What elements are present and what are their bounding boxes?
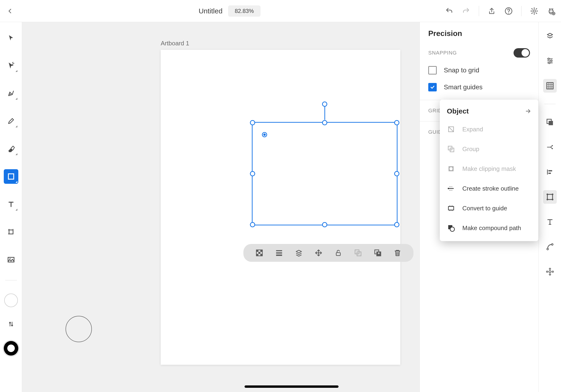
object-convert-guide[interactable]: Convert to guide	[440, 198, 539, 218]
resize-handle-br[interactable]	[394, 222, 399, 227]
svg-point-4	[550, 10, 551, 11]
resize-handle-ml[interactable]	[250, 171, 255, 176]
svg-rect-18	[276, 250, 282, 251]
object-compound-path-label: Make compound path	[462, 224, 521, 232]
zoom-level[interactable]: 82.83%	[228, 5, 260, 17]
artboard-label[interactable]: Artboard 1	[161, 40, 189, 47]
resize-handle-tr[interactable]	[394, 120, 399, 125]
svg-point-1	[508, 12, 509, 13]
svg-rect-17	[260, 254, 262, 256]
eraser-tool[interactable]	[4, 142, 18, 156]
guide-icon	[447, 204, 455, 212]
divider	[544, 104, 556, 104]
smart-guides-label: Smart guides	[444, 83, 483, 91]
stroke-color-swatch[interactable]	[4, 341, 18, 356]
svg-rect-16	[256, 254, 259, 256]
object-popover: Object Expand Group Make clipping mask C…	[440, 100, 539, 241]
object-expand[interactable]: Expand	[440, 120, 539, 139]
svg-rect-43	[548, 170, 552, 171]
back-button[interactable]	[6, 7, 14, 15]
selected-rectangle[interactable]	[252, 122, 398, 225]
document-title[interactable]: Untitled	[198, 7, 223, 15]
object-panel-icon[interactable]	[543, 190, 557, 204]
svg-rect-19	[276, 252, 282, 254]
undo-button[interactable]	[445, 7, 453, 15]
direct-selection-tool[interactable]	[4, 58, 18, 73]
delete-icon[interactable]	[393, 248, 402, 258]
pencil-tool[interactable]	[4, 114, 18, 128]
fill-color-swatch[interactable]	[4, 294, 18, 307]
artboard-tool[interactable]	[4, 225, 18, 239]
svg-rect-40	[549, 121, 553, 125]
resize-handle-tm[interactable]	[322, 120, 327, 125]
resize-handle-bm[interactable]	[322, 222, 327, 227]
smart-guides-row[interactable]: Smart guides	[420, 79, 539, 96]
lock-icon[interactable]	[334, 248, 343, 258]
svg-point-50	[547, 248, 548, 250]
home-indicator	[245, 385, 338, 388]
transform-panel-icon[interactable]	[543, 115, 557, 129]
svg-point-52	[549, 271, 551, 273]
shape-tool[interactable]	[4, 169, 18, 184]
context-toolbar	[243, 244, 413, 262]
layers-panel-icon[interactable]	[543, 29, 557, 43]
object-clipping-mask[interactable]: Make clipping mask	[440, 159, 539, 179]
stroke-weight-icon[interactable]	[274, 248, 284, 258]
svg-point-30	[449, 167, 453, 170]
pathfinder-panel-icon[interactable]	[543, 140, 557, 154]
pen-tool[interactable]	[4, 86, 18, 101]
right-toolbar	[539, 22, 561, 392]
resize-handle-mr[interactable]	[394, 171, 399, 176]
group-icon[interactable]	[353, 248, 363, 258]
svg-point-51	[551, 244, 553, 245]
svg-rect-21	[336, 253, 340, 256]
svg-point-53	[549, 268, 551, 270]
svg-point-56	[552, 271, 553, 272]
object-stroke-outline[interactable]: Create stroke outline	[440, 179, 539, 198]
svg-point-54	[549, 274, 551, 275]
left-toolbar	[0, 22, 22, 392]
svg-point-5	[552, 10, 552, 11]
close-popover-icon[interactable]	[525, 108, 531, 114]
canvas[interactable]: Artboard 1	[22, 22, 561, 392]
compound-path-icon	[447, 224, 455, 232]
arrange-icon[interactable]	[294, 248, 303, 258]
repeat-panel-icon[interactable]	[543, 265, 557, 279]
snap-to-grid-checkbox[interactable]	[428, 66, 437, 75]
topbar: Untitled 82.83%	[0, 0, 561, 22]
help-button[interactable]	[504, 7, 513, 15]
text-tool[interactable]	[4, 197, 18, 211]
selection-tool[interactable]	[4, 31, 18, 45]
type-panel-icon[interactable]	[543, 215, 557, 229]
properties-panel-icon[interactable]	[543, 54, 557, 68]
svg-point-41	[552, 145, 553, 146]
share-button[interactable]	[487, 7, 496, 15]
mask-icon	[447, 164, 455, 173]
stroke-outline-icon	[447, 184, 455, 193]
align-panel-icon[interactable]	[543, 165, 557, 179]
move-icon[interactable]	[314, 248, 323, 258]
snapping-toggle[interactable]	[514, 48, 530, 58]
redo-button[interactable]	[462, 7, 470, 15]
duplicate-icon[interactable]	[373, 248, 382, 258]
svg-point-48	[546, 199, 548, 200]
swap-fill-stroke[interactable]	[8, 320, 14, 328]
resize-handle-tl[interactable]	[250, 120, 255, 125]
place-image-tool[interactable]	[4, 252, 18, 267]
resize-handle-bl[interactable]	[250, 222, 255, 227]
smart-guides-checkbox[interactable]	[428, 83, 437, 91]
svg-point-2	[533, 10, 535, 12]
object-clipping-mask-label: Make clipping mask	[462, 165, 516, 173]
opacity-icon[interactable]	[255, 248, 264, 258]
snap-to-grid-row[interactable]: Snap to grid	[420, 62, 539, 79]
svg-rect-14	[260, 250, 262, 252]
precision-panel-icon[interactable]	[543, 79, 557, 93]
corner-radius-handle[interactable]	[262, 132, 267, 137]
object-group[interactable]: Group	[440, 139, 539, 159]
settings-button[interactable]	[530, 7, 539, 15]
svg-rect-13	[256, 250, 259, 252]
bug-report-button[interactable]	[547, 7, 555, 15]
rotate-handle[interactable]	[322, 101, 327, 107]
object-compound-path[interactable]: Make compound path	[440, 218, 539, 238]
path-panel-icon[interactable]	[543, 240, 557, 254]
